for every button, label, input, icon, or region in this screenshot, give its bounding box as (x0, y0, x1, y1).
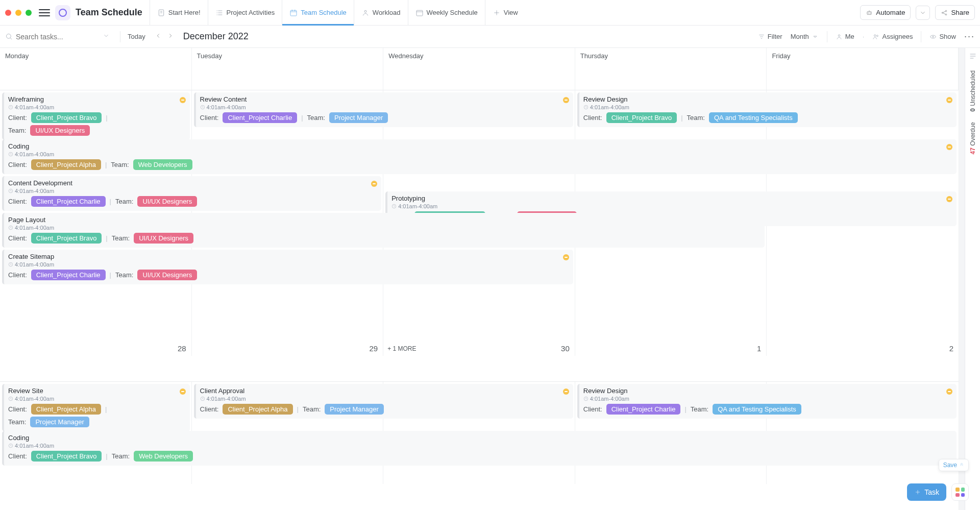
team-tag[interactable]: Web Developers (134, 451, 193, 462)
dot-sep: · (863, 33, 865, 40)
close-icon[interactable] (5, 10, 11, 16)
team-tag[interactable]: Project Manager (329, 112, 388, 123)
robot-icon (866, 9, 873, 16)
month-label: Month (791, 33, 809, 40)
team-tag[interactable]: QA and Testing Specialists (713, 404, 801, 415)
me-label: Me (845, 33, 854, 40)
today-button[interactable]: Today (128, 33, 145, 40)
team-tag[interactable]: QA and Testing Specialists (709, 112, 798, 123)
month-selector[interactable]: Month (791, 33, 819, 40)
search-input[interactable] (16, 33, 92, 41)
status-icon (946, 196, 952, 202)
tab-team-schedule[interactable]: Team Schedule (282, 0, 354, 26)
filter-button[interactable]: Filter (758, 33, 782, 40)
minimize-icon[interactable] (15, 10, 21, 16)
separator (120, 31, 120, 42)
task-title: Review Site (8, 387, 186, 395)
window-controls[interactable] (5, 10, 32, 16)
client-tag[interactable]: Client_Project Charlie (223, 112, 297, 123)
share-button[interactable]: Share (935, 5, 975, 20)
task-card[interactable]: Review Site 4:01am-4:00am Client: Client… (2, 384, 190, 431)
task-card[interactable]: Create Sitemap 4:01am-4:00am Client: Cli… (2, 250, 573, 284)
task-time: 4:01am-4:00am (15, 443, 54, 449)
sep: | (105, 405, 107, 413)
tab-weekly-schedule[interactable]: Weekly Schedule (408, 0, 485, 26)
day-number: 1 (757, 344, 761, 353)
client-tag[interactable]: Client_Project Bravo (31, 451, 102, 462)
task-time: 4:01am-4:00am (15, 104, 54, 110)
tab-label: View (504, 9, 518, 16)
svg-point-5 (868, 13, 869, 13)
task-card[interactable]: Coding 4:01am-4:00am Client: Client_Proj… (2, 139, 957, 174)
overdue-count: 47 (969, 148, 976, 154)
svg-point-6 (870, 13, 871, 13)
status-icon (946, 144, 952, 150)
sep: | (106, 452, 107, 460)
client-tag[interactable]: Client_Project Alpha (31, 404, 101, 415)
chevron-up-icon (959, 463, 964, 468)
sidebar-toggle-icon[interactable] (969, 52, 977, 60)
task-time: 4:01am-4:00am (398, 203, 437, 209)
team-tag[interactable]: Project Manager (30, 417, 89, 427)
search-dropdown[interactable] (100, 32, 113, 41)
tab-workload[interactable]: Workload (354, 0, 408, 26)
task-title: Review Design (583, 95, 952, 103)
client-tag[interactable]: Client_Project Bravo (31, 112, 102, 123)
team-label: Team: (687, 114, 705, 122)
assignees-label: Assignees (882, 33, 913, 40)
tab-label: Weekly Schedule (427, 9, 478, 16)
team-label: Team: (111, 161, 129, 168)
sep: | (684, 405, 686, 413)
me-filter[interactable]: Me (836, 33, 854, 40)
tab-start-here[interactable]: Start Here! (150, 0, 208, 26)
task-title: Review Design (583, 387, 952, 395)
tab-add-view[interactable]: View (485, 0, 525, 26)
team-tag[interactable]: UI/UX Designers (137, 270, 197, 280)
task-card[interactable]: Review Design 4:01am-4:00am Client: Clie… (577, 92, 957, 127)
menu-icon[interactable] (39, 7, 50, 18)
tab-project-activities[interactable]: Project Activities (208, 0, 282, 26)
sep: | (105, 161, 107, 168)
team-tag[interactable]: Project Manager (325, 404, 383, 415)
client-tag[interactable]: Client_Project Bravo (606, 112, 677, 123)
assignees-filter[interactable]: Assignees (872, 33, 913, 40)
team-tag[interactable]: UI/UX Designers (134, 233, 193, 244)
show-button[interactable]: Show (929, 33, 956, 40)
unscheduled-panel[interactable]: 0 Unscheduled (969, 70, 976, 112)
task-title: Review Content (200, 95, 569, 103)
maximize-icon[interactable] (26, 10, 32, 16)
more-link[interactable]: + 1 MORE (387, 345, 416, 352)
client-tag[interactable]: Client_Project Charlie (606, 404, 681, 415)
task-card[interactable]: Page Layout 4:01am-4:00am Client: Client… (2, 213, 765, 248)
team-tag[interactable]: UI/UX Designers (30, 125, 90, 136)
apps-button[interactable] (951, 483, 969, 501)
overdue-panel[interactable]: 47 Overdue (969, 122, 976, 154)
status-icon (563, 254, 569, 260)
clock-icon (583, 396, 589, 401)
svg-point-10 (7, 34, 11, 39)
team-tag[interactable]: Web Developers (133, 159, 192, 170)
more-menu[interactable]: ··· (964, 31, 975, 42)
task-card[interactable]: Wireframing 4:01am-4:00am Client: Client… (2, 92, 190, 140)
client-tag[interactable]: Client_Project Charlie (31, 270, 106, 280)
task-card[interactable]: Review Content 4:01am-4:00am Client: Cli… (194, 92, 573, 127)
client-tag[interactable]: Client_Project Alpha (223, 404, 292, 415)
next-month[interactable] (165, 30, 176, 43)
scrollbar[interactable] (959, 48, 965, 510)
new-task-button[interactable]: Task (907, 483, 946, 501)
client-tag[interactable]: Client_Project Alpha (31, 159, 101, 170)
svg-point-7 (942, 12, 943, 13)
task-time: 4:01am-4:00am (207, 104, 246, 110)
svg-point-14 (930, 35, 936, 38)
automate-dropdown[interactable] (916, 6, 930, 20)
team-label: Team: (112, 234, 130, 242)
calendar-icon (289, 9, 298, 17)
client-tag[interactable]: Client_Project Bravo (31, 233, 102, 244)
task-card[interactable]: Review Design 4:01am-4:00am Client: Clie… (577, 384, 957, 419)
caret-down-icon (812, 33, 819, 40)
prev-month[interactable] (153, 30, 164, 43)
automate-button[interactable]: Automate (860, 5, 911, 20)
save-button[interactable]: Save (939, 459, 969, 471)
task-card[interactable]: Client Approval 4:01am-4:00am Client: Cl… (194, 384, 573, 419)
task-card[interactable]: Coding 4:01am-4:00am Client: Client_Proj… (2, 431, 957, 466)
